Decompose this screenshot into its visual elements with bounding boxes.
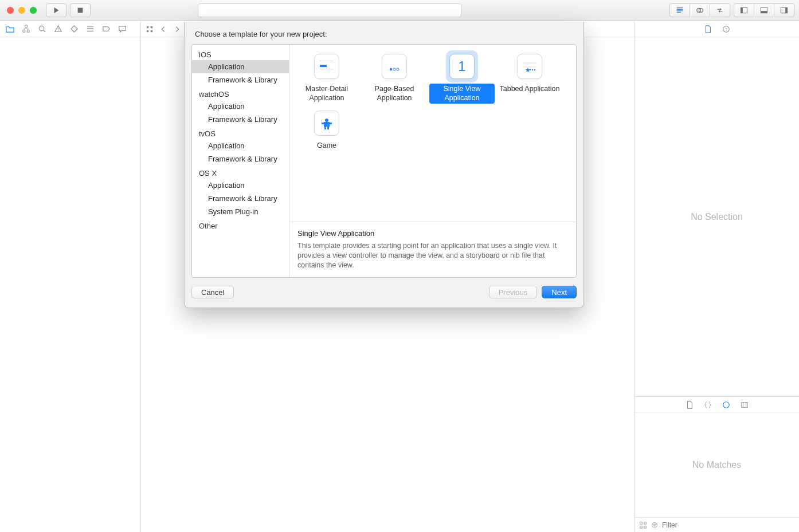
svg-point-23 — [723, 401, 729, 408]
master-detail-icon — [314, 54, 339, 79]
page-based-icon — [382, 54, 407, 79]
svg-rect-17 — [147, 26, 149, 28]
run-button[interactable] — [46, 3, 66, 17]
navigator-tabs — [0, 21, 140, 37]
activity-view[interactable] — [198, 3, 461, 17]
library-tabs — [634, 397, 799, 413]
related-items-button[interactable] — [146, 25, 154, 33]
game-icon — [314, 111, 339, 136]
svg-point-13 — [39, 26, 44, 30]
sheet-buttons: Cancel Previous Next — [185, 278, 583, 308]
grid-icon — [146, 25, 154, 33]
library-body: No Matches — [634, 413, 799, 517]
play-icon — [52, 6, 60, 14]
document-icon — [704, 25, 712, 33]
stop-button[interactable] — [70, 3, 91, 17]
diamond-icon — [70, 25, 79, 33]
find-navigator-tab[interactable] — [38, 25, 46, 33]
category-item-osx-plugin[interactable]: System Plug-in — [192, 205, 289, 218]
gauge-icon — [86, 25, 95, 33]
chevron-right-icon — [173, 25, 181, 33]
back-button[interactable] — [159, 25, 167, 33]
report-navigator-tab[interactable] — [118, 25, 127, 33]
svg-point-47 — [325, 119, 328, 122]
template-category-list: iOS Application Framework & Library watc… — [192, 45, 289, 277]
forward-button[interactable] — [173, 25, 181, 33]
symbol-navigator-tab[interactable] — [22, 25, 30, 33]
doc-icon — [686, 401, 694, 409]
object-library-tab[interactable] — [722, 401, 730, 409]
svg-rect-24 — [741, 402, 747, 407]
library-panel: No Matches — [634, 396, 799, 532]
library-view-mode-button[interactable] — [639, 521, 647, 529]
category-item-ios-framework[interactable]: Framework & Library — [192, 73, 289, 86]
svg-point-38 — [390, 68, 392, 70]
minimize-window-button[interactable] — [18, 7, 25, 14]
svg-point-16 — [58, 30, 59, 31]
template-page-based[interactable]: Page-Based Application — [361, 50, 428, 107]
breakpoint-icon — [102, 25, 111, 33]
toggle-navigator-button[interactable] — [734, 3, 754, 17]
category-item-tvos-application[interactable]: Application — [192, 139, 289, 152]
toggle-inspector-button[interactable] — [774, 3, 794, 17]
category-item-osx-framework[interactable]: Framework & Library — [192, 192, 289, 205]
svg-rect-51 — [324, 127, 326, 129]
template-master-detail[interactable]: Master-Detail Application — [293, 50, 361, 107]
issue-navigator-tab[interactable] — [54, 25, 62, 33]
template-game[interactable]: Game — [293, 107, 361, 155]
standard-editor-button[interactable] — [669, 3, 690, 17]
panel-right-icon — [780, 6, 788, 14]
zoom-window-button[interactable] — [30, 7, 37, 14]
previous-button[interactable]: Previous — [489, 286, 538, 298]
template-tabbed[interactable]: ★ Tabbed Application — [496, 50, 563, 107]
category-item-osx-application[interactable]: Application — [192, 179, 289, 192]
svg-rect-11 — [23, 30, 25, 32]
category-item-ios-application[interactable]: Application — [192, 60, 289, 73]
category-item-watchos-application[interactable]: Application — [192, 100, 289, 113]
svg-rect-35 — [320, 65, 327, 67]
debug-navigator-tab[interactable] — [86, 25, 95, 33]
file-inspector-tab[interactable] — [704, 25, 712, 33]
sheet-body: iOS Application Framework & Library watc… — [191, 44, 577, 278]
tabbed-icon: ★ — [517, 54, 542, 79]
inspector-body: No Selection — [634, 37, 799, 396]
window-controls — [7, 7, 37, 14]
quick-help-tab[interactable]: ? — [722, 25, 730, 33]
media-library-tab[interactable] — [741, 401, 749, 409]
breakpoint-navigator-tab[interactable] — [102, 25, 111, 33]
file-template-library-tab[interactable] — [686, 401, 694, 409]
category-item-tvos-framework[interactable]: Framework & Library — [192, 152, 289, 165]
category-section-tvos: tvOS — [192, 126, 289, 139]
panel-bottom-icon — [760, 6, 768, 14]
media-icon — [741, 401, 749, 409]
test-navigator-tab[interactable] — [70, 25, 79, 33]
svg-rect-27 — [640, 522, 643, 524]
category-section-ios: iOS — [192, 47, 289, 60]
code-snippet-library-tab[interactable] — [704, 401, 712, 409]
arrows-icon — [716, 6, 724, 14]
svg-rect-18 — [151, 26, 153, 28]
cancel-button[interactable]: Cancel — [191, 286, 234, 298]
category-section-other[interactable]: Other — [192, 218, 289, 231]
template-label: Tabbed Application — [498, 84, 562, 95]
folder-icon — [6, 25, 14, 33]
new-project-sheet: Choose a template for your new project: … — [184, 22, 584, 308]
no-selection-label: No Selection — [691, 212, 743, 222]
svg-text:?: ? — [725, 27, 727, 31]
template-single-view[interactable]: 1 Single View Application — [428, 50, 496, 107]
svg-rect-19 — [147, 30, 149, 32]
svg-point-46 — [534, 69, 535, 70]
category-item-watchos-framework[interactable]: Framework & Library — [192, 113, 289, 126]
next-button[interactable]: Next — [542, 286, 577, 298]
template-label: Single View Application — [429, 84, 495, 104]
assistant-editor-button[interactable] — [690, 3, 710, 17]
svg-rect-7 — [761, 11, 767, 13]
panel-toggle-group — [734, 3, 794, 17]
template-pane: Master-Detail Application Page-Based App… — [289, 45, 576, 277]
library-filter-input[interactable] — [662, 521, 794, 529]
close-window-button[interactable] — [7, 7, 14, 14]
project-navigator-tab[interactable] — [6, 25, 14, 33]
single-view-icon: 1 — [449, 54, 475, 79]
version-editor-button[interactable] — [710, 3, 730, 17]
toggle-debug-button[interactable] — [754, 3, 774, 17]
